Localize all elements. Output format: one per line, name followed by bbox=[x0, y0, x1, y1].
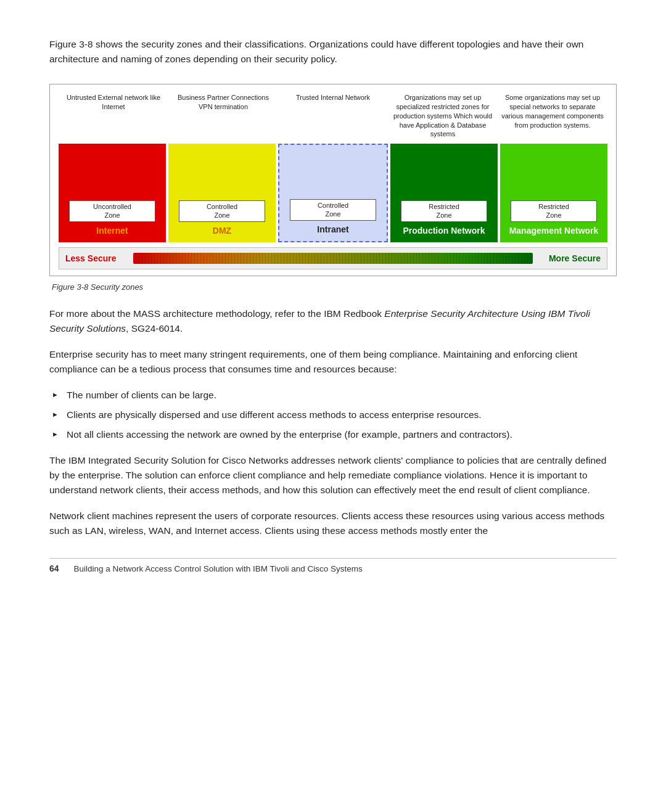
annotation-row: Untrusted External network like Internet… bbox=[59, 93, 607, 139]
zone-production-name: Production Network bbox=[403, 226, 485, 237]
less-secure-label: Less Secure bbox=[65, 253, 133, 263]
more-secure-label: More Secure bbox=[533, 253, 601, 263]
zone-production: RestrictedZone Production Network bbox=[390, 144, 498, 242]
zone-production-label: RestrictedZone bbox=[401, 200, 487, 222]
body-para1-end: , SG24-6014. bbox=[126, 323, 183, 334]
zone-intranet-label: ControlledZone bbox=[290, 199, 376, 221]
annotation-2: Business Partner Connections VPN termina… bbox=[168, 93, 278, 112]
annotation-4: Organizations may set up specialized res… bbox=[388, 93, 498, 139]
zone-management: RestrictedZone Management Network bbox=[500, 144, 607, 242]
figure-caption: Figure 3-8 Security zones bbox=[49, 282, 617, 292]
bullet-list: The number of clients can be large. Clie… bbox=[49, 388, 617, 442]
gradient-bar bbox=[133, 253, 533, 264]
annotation-5: Some organizations may set up special ne… bbox=[498, 93, 607, 129]
zone-intranet: ControlledZone Intranet bbox=[278, 144, 388, 242]
bullet-item-2: Clients are physically dispersed and use… bbox=[49, 408, 617, 422]
figure-box: Untrusted External network like Internet… bbox=[49, 84, 617, 276]
zone-management-name: Management Network bbox=[509, 226, 599, 237]
annotation-3: Trusted Internal Network bbox=[278, 93, 388, 102]
body-para1-text: For more about the MASS architecture met… bbox=[49, 308, 384, 319]
zone-management-label: RestrictedZone bbox=[511, 200, 596, 222]
bullet-item-3: Not all clients accessing the network ar… bbox=[49, 427, 617, 442]
bullet-item-1: The number of clients can be large. bbox=[49, 388, 617, 403]
body-para4: Network client machines represent the us… bbox=[49, 509, 617, 538]
page-number: 64 bbox=[49, 564, 59, 573]
zone-internet-label: UncontrolledZone bbox=[69, 200, 155, 222]
zone-internet: UncontrolledZone Internet bbox=[59, 144, 166, 242]
zone-dmz-label: ControlledZone bbox=[179, 200, 265, 222]
zone-internet-name: Internet bbox=[96, 226, 128, 237]
page-footer: 64 Building a Network Access Control Sol… bbox=[49, 558, 617, 573]
intro-paragraph: Figure 3-8 shows the security zones and … bbox=[49, 37, 617, 67]
annotation-1: Untrusted External network like Internet bbox=[59, 93, 168, 112]
gradient-bar-row: Less Secure More Secure bbox=[59, 247, 607, 269]
zone-dmz-name: DMZ bbox=[213, 226, 231, 237]
body-para3: The IBM Integrated Security Solution for… bbox=[49, 453, 617, 498]
body-para2: Enterprise security has to meet many str… bbox=[49, 347, 617, 377]
zone-intranet-name: Intranet bbox=[317, 224, 348, 236]
zones-row: UncontrolledZone Internet ControlledZone… bbox=[59, 144, 607, 242]
footer-text: Building a Network Access Control Soluti… bbox=[74, 564, 363, 573]
zone-dmz: ControlledZone DMZ bbox=[168, 144, 276, 242]
body-para1: For more about the MASS architecture met… bbox=[49, 306, 617, 336]
